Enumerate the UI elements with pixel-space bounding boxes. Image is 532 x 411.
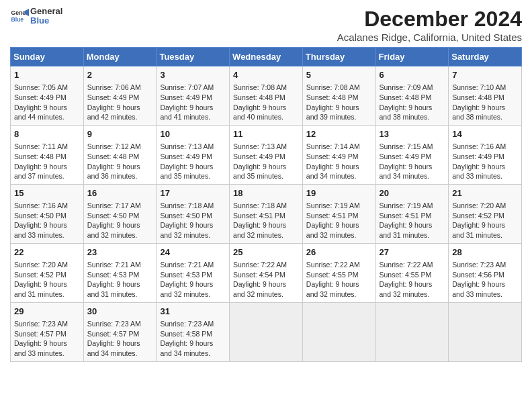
- day-info: Sunrise: 7:11 AM Sunset: 4:48 PM Dayligh…: [14, 142, 80, 181]
- calendar-day-header: Wednesday: [230, 48, 303, 66]
- calendar-cell: 27Sunrise: 7:22 AM Sunset: 4:55 PM Dayli…: [375, 243, 449, 302]
- day-number: 19: [306, 187, 372, 199]
- page-title: December 2024: [337, 7, 522, 32]
- calendar-cell: [230, 302, 303, 361]
- day-info: Sunrise: 7:19 AM Sunset: 4:51 PM Dayligh…: [306, 201, 372, 240]
- logo: General Blue General Blue: [10, 7, 62, 26]
- calendar-cell: 5Sunrise: 7:08 AM Sunset: 4:48 PM Daylig…: [302, 66, 375, 126]
- day-number: 24: [160, 246, 226, 259]
- day-number: 20: [380, 187, 445, 199]
- calendar-cell: 8Sunrise: 7:11 AM Sunset: 4:48 PM Daylig…: [11, 125, 84, 184]
- logo-icon: General Blue: [10, 7, 29, 26]
- day-info: Sunrise: 7:23 AM Sunset: 4:57 PM Dayligh…: [14, 319, 80, 359]
- calendar-cell: 11Sunrise: 7:13 AM Sunset: 4:49 PM Dayli…: [230, 125, 303, 184]
- calendar-day-header: Thursday: [302, 48, 375, 66]
- calendar-cell: [375, 302, 449, 361]
- day-number: 30: [87, 306, 153, 318]
- calendar-cell: [449, 302, 522, 361]
- day-number: 21: [452, 187, 518, 199]
- day-info: Sunrise: 7:19 AM Sunset: 4:51 PM Dayligh…: [380, 201, 445, 240]
- day-number: 17: [160, 187, 226, 199]
- day-info: Sunrise: 7:18 AM Sunset: 4:50 PM Dayligh…: [160, 201, 226, 240]
- day-info: Sunrise: 7:07 AM Sunset: 4:49 PM Dayligh…: [160, 83, 226, 122]
- day-number: 18: [233, 187, 299, 199]
- day-number: 9: [87, 128, 153, 140]
- calendar-cell: 3Sunrise: 7:07 AM Sunset: 4:49 PM Daylig…: [157, 66, 230, 126]
- calendar-cell: 7Sunrise: 7:10 AM Sunset: 4:48 PM Daylig…: [449, 66, 522, 126]
- day-info: Sunrise: 7:22 AM Sunset: 4:55 PM Dayligh…: [380, 260, 445, 300]
- day-number: 5: [306, 69, 372, 81]
- day-info: Sunrise: 7:23 AM Sunset: 4:58 PM Dayligh…: [160, 319, 226, 359]
- day-info: Sunrise: 7:08 AM Sunset: 4:48 PM Dayligh…: [233, 83, 299, 122]
- calendar-week-row: 22Sunrise: 7:20 AM Sunset: 4:52 PM Dayli…: [11, 243, 522, 302]
- logo-text-line2: Blue: [30, 16, 62, 26]
- calendar-cell: 29Sunrise: 7:23 AM Sunset: 4:57 PM Dayli…: [11, 302, 84, 361]
- day-number: 11: [233, 128, 299, 140]
- day-info: Sunrise: 7:16 AM Sunset: 4:50 PM Dayligh…: [14, 201, 80, 240]
- calendar-cell: 2Sunrise: 7:06 AM Sunset: 4:49 PM Daylig…: [83, 66, 157, 126]
- day-number: 12: [306, 128, 372, 140]
- day-info: Sunrise: 7:15 AM Sunset: 4:49 PM Dayligh…: [380, 142, 445, 181]
- day-info: Sunrise: 7:09 AM Sunset: 4:48 PM Dayligh…: [380, 83, 445, 122]
- day-number: 4: [233, 69, 299, 81]
- day-info: Sunrise: 7:20 AM Sunset: 4:52 PM Dayligh…: [452, 201, 518, 240]
- calendar-cell: 23Sunrise: 7:21 AM Sunset: 4:53 PM Dayli…: [83, 243, 157, 302]
- calendar-cell: 20Sunrise: 7:19 AM Sunset: 4:51 PM Dayli…: [375, 184, 449, 243]
- calendar-cell: 16Sunrise: 7:17 AM Sunset: 4:50 PM Dayli…: [83, 184, 157, 243]
- title-block: December 2024 Acalanes Ridge, California…: [337, 7, 522, 43]
- calendar-day-header: Monday: [83, 48, 157, 66]
- day-number: 26: [306, 246, 372, 259]
- day-info: Sunrise: 7:14 AM Sunset: 4:49 PM Dayligh…: [306, 142, 372, 181]
- day-info: Sunrise: 7:22 AM Sunset: 4:55 PM Dayligh…: [306, 260, 372, 300]
- calendar-header-row: SundayMondayTuesdayWednesdayThursdayFrid…: [11, 48, 522, 66]
- day-number: 28: [452, 246, 518, 259]
- calendar-day-header: Sunday: [11, 48, 84, 66]
- header: General Blue General Blue December 2024 …: [10, 7, 522, 43]
- calendar-cell: 6Sunrise: 7:09 AM Sunset: 4:48 PM Daylig…: [375, 66, 449, 126]
- calendar-day-header: Tuesday: [157, 48, 230, 66]
- day-number: 16: [87, 187, 153, 199]
- calendar-cell: 9Sunrise: 7:12 AM Sunset: 4:48 PM Daylig…: [83, 125, 157, 184]
- calendar-cell: [302, 302, 375, 361]
- calendar-cell: 15Sunrise: 7:16 AM Sunset: 4:50 PM Dayli…: [11, 184, 84, 243]
- calendar-cell: 13Sunrise: 7:15 AM Sunset: 4:49 PM Dayli…: [375, 125, 449, 184]
- day-number: 15: [14, 187, 80, 199]
- calendar-cell: 1Sunrise: 7:05 AM Sunset: 4:49 PM Daylig…: [11, 66, 84, 126]
- day-info: Sunrise: 7:13 AM Sunset: 4:49 PM Dayligh…: [160, 142, 226, 181]
- day-info: Sunrise: 7:16 AM Sunset: 4:49 PM Dayligh…: [452, 142, 518, 181]
- calendar-week-row: 8Sunrise: 7:11 AM Sunset: 4:48 PM Daylig…: [11, 125, 522, 184]
- calendar-cell: 18Sunrise: 7:18 AM Sunset: 4:51 PM Dayli…: [230, 184, 303, 243]
- calendar-cell: 19Sunrise: 7:19 AM Sunset: 4:51 PM Dayli…: [302, 184, 375, 243]
- day-number: 3: [160, 69, 226, 81]
- day-info: Sunrise: 7:20 AM Sunset: 4:52 PM Dayligh…: [14, 260, 80, 300]
- day-number: 13: [380, 128, 445, 140]
- calendar-cell: 10Sunrise: 7:13 AM Sunset: 4:49 PM Dayli…: [157, 125, 230, 184]
- calendar-day-header: Saturday: [449, 48, 522, 66]
- day-info: Sunrise: 7:23 AM Sunset: 4:56 PM Dayligh…: [452, 260, 518, 300]
- page-subtitle: Acalanes Ridge, California, United State…: [337, 32, 522, 43]
- day-info: Sunrise: 7:21 AM Sunset: 4:53 PM Dayligh…: [160, 260, 226, 300]
- calendar-cell: 30Sunrise: 7:23 AM Sunset: 4:57 PM Dayli…: [83, 302, 157, 361]
- day-number: 8: [14, 128, 80, 140]
- svg-text:Blue: Blue: [11, 16, 24, 23]
- day-info: Sunrise: 7:17 AM Sunset: 4:50 PM Dayligh…: [87, 201, 153, 240]
- day-info: Sunrise: 7:13 AM Sunset: 4:49 PM Dayligh…: [233, 142, 299, 181]
- day-number: 22: [14, 246, 80, 259]
- day-number: 7: [452, 69, 518, 81]
- calendar-cell: 14Sunrise: 7:16 AM Sunset: 4:49 PM Dayli…: [449, 125, 522, 184]
- day-info: Sunrise: 7:21 AM Sunset: 4:53 PM Dayligh…: [87, 260, 153, 300]
- day-info: Sunrise: 7:22 AM Sunset: 4:54 PM Dayligh…: [233, 260, 299, 300]
- calendar-day-header: Friday: [375, 48, 449, 66]
- day-number: 29: [14, 306, 80, 318]
- day-number: 14: [452, 128, 518, 140]
- calendar-cell: 17Sunrise: 7:18 AM Sunset: 4:50 PM Dayli…: [157, 184, 230, 243]
- day-info: Sunrise: 7:10 AM Sunset: 4:48 PM Dayligh…: [452, 83, 518, 122]
- day-number: 27: [380, 246, 445, 259]
- calendar-week-row: 1Sunrise: 7:05 AM Sunset: 4:49 PM Daylig…: [11, 66, 522, 126]
- calendar-body: 1Sunrise: 7:05 AM Sunset: 4:49 PM Daylig…: [11, 66, 522, 362]
- day-number: 6: [380, 69, 445, 81]
- calendar-cell: 24Sunrise: 7:21 AM Sunset: 4:53 PM Dayli…: [157, 243, 230, 302]
- day-info: Sunrise: 7:06 AM Sunset: 4:49 PM Dayligh…: [87, 83, 153, 122]
- logo-text-line1: General: [30, 7, 62, 16]
- calendar-week-row: 15Sunrise: 7:16 AM Sunset: 4:50 PM Dayli…: [11, 184, 522, 243]
